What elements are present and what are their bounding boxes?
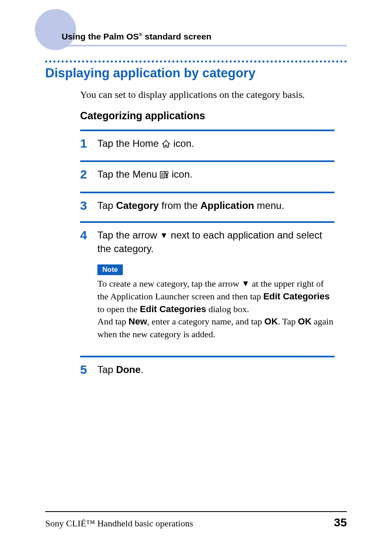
ui-label-done: Done <box>116 364 141 375</box>
step-1: 1 Tap the Home icon. <box>80 130 334 160</box>
section-title-container: Displaying application by category <box>45 60 347 81</box>
chapter-header-suffix: standard screen <box>142 32 211 41</box>
ui-label-ok: OK <box>264 316 278 327</box>
step-body: Tap the Menu icon. <box>97 168 334 182</box>
arrow-down-icon: ▼ <box>242 279 250 287</box>
note-segment: dialog box. <box>206 304 249 314</box>
step-text: . <box>141 364 143 375</box>
note-segment: . Tap <box>278 316 298 327</box>
step-5: 5 Tap Done. <box>80 356 334 385</box>
step-text: Tap the Home <box>97 138 161 149</box>
step-number: 4 <box>80 229 97 241</box>
page-number: 35 <box>334 516 347 529</box>
step-number: 1 <box>80 137 97 150</box>
step-body: Tap Done. <box>97 363 334 376</box>
step-text: icon. <box>172 169 193 180</box>
ui-label-new: New <box>129 316 147 327</box>
sub-heading: Categorizing applications <box>80 110 347 122</box>
step-2: 2 Tap the Menu icon. <box>80 160 334 191</box>
step-body: Tap the arrow ▼ next to each application… <box>97 229 334 255</box>
step-3: 3 Tap Category from the Application menu… <box>80 192 334 221</box>
step-text: Tap <box>97 200 116 211</box>
note-badge: Note <box>97 264 123 275</box>
ui-label-edit-categories: Edit Categories <box>263 291 330 301</box>
arrow-down-icon: ▼ <box>160 231 168 239</box>
step-number: 2 <box>80 168 97 181</box>
svg-rect-5 <box>165 171 168 174</box>
steps-list: 1 Tap the Home icon. 2 Tap the Menu <box>80 130 334 385</box>
home-icon <box>161 138 171 151</box>
svg-rect-0 <box>160 171 165 178</box>
section-title: Displaying application by category <box>45 66 347 81</box>
step-text: Tap the arrow <box>97 229 160 241</box>
step-number: 5 <box>80 363 97 376</box>
step-text: icon. <box>173 138 194 149</box>
ui-label-edit-categories: Edit Categories <box>140 304 206 314</box>
note-segment: To create a new category, tap the arrow <box>97 278 242 289</box>
step-text: Tap the Menu <box>97 169 160 180</box>
chapter-header-prefix: Using the Palm OS <box>62 32 139 41</box>
step-4: 4 Tap the arrow ▼ next to each applicati… <box>80 221 334 356</box>
step-number: 3 <box>80 199 97 212</box>
intro-paragraph: You can set to display applications on t… <box>80 89 347 100</box>
step-text: Tap <box>97 364 116 375</box>
chapter-header: Using the Palm OS® standard screen <box>45 32 347 46</box>
step-text: from the <box>159 200 200 211</box>
page-footer: Sony CLIÉ™ Handheld basic operations 35 <box>45 511 347 529</box>
footer-title: Sony CLIÉ™ Handheld basic operations <box>45 518 193 529</box>
note-segment: And tap <box>97 316 129 327</box>
step-text: menu. <box>254 200 284 211</box>
step-body: Tap the Home icon. <box>97 137 334 151</box>
decorative-dotted-rule <box>45 60 347 63</box>
step-body: Tap Category from the Application menu. <box>97 199 334 212</box>
ui-label-ok: OK <box>298 316 311 327</box>
note-segment: to open the <box>97 304 140 314</box>
ui-label-application: Application <box>201 200 254 211</box>
ui-label-category: Category <box>116 200 159 211</box>
note-segment: , enter a category name, and tap <box>147 316 264 327</box>
menu-icon <box>160 169 169 182</box>
note-text: To create a new category, tap the arrow … <box>97 278 334 347</box>
